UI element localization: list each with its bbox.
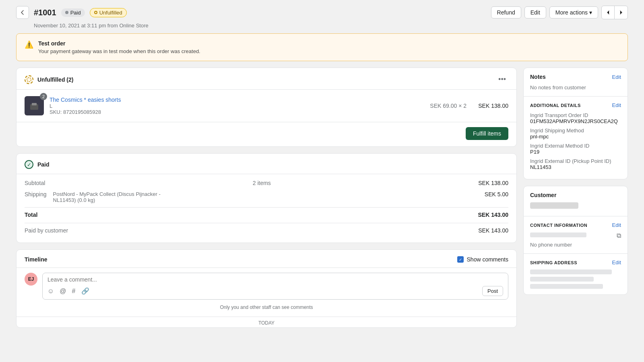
shipping-address-content bbox=[524, 269, 627, 294]
total-value: SEK 143.00 bbox=[478, 212, 509, 218]
show-comments-wrap[interactable]: ✓ Show comments bbox=[457, 256, 508, 263]
payment-card: ✓ Paid Subtotal 2 items SEK 138.00 Shipp… bbox=[16, 153, 517, 243]
show-comments-checkbox[interactable]: ✓ bbox=[457, 256, 464, 263]
notes-edit-button[interactable]: Edit bbox=[612, 74, 621, 80]
addr-line-2 bbox=[530, 277, 594, 282]
item-quantity-badge: 2 bbox=[40, 93, 47, 100]
shipping-edit-button[interactable]: Edit bbox=[612, 259, 621, 265]
additional-details-title: ADDITIONAL DETAILS bbox=[530, 103, 581, 108]
paid-by-value: SEK 143.00 bbox=[478, 227, 508, 234]
edit-button[interactable]: Edit bbox=[524, 6, 546, 19]
unfulfilled-icon bbox=[25, 75, 33, 84]
item-sku: SKU: 8720195085928 bbox=[50, 109, 424, 115]
shipping-value: SEK 5.00 bbox=[485, 191, 508, 197]
emoji-icon[interactable]: ☺ bbox=[47, 288, 54, 295]
item-name-link[interactable]: The Cosmics * easies shorts bbox=[50, 97, 121, 103]
subtotal-items: 2 items bbox=[253, 180, 271, 186]
additional-row-3: Ingrid External ID (Pickup Point ID) NL1… bbox=[530, 158, 621, 170]
shipping-label: Shipping bbox=[25, 191, 47, 197]
main-layout: Unfulfilled (2) ••• 2 bbox=[16, 68, 628, 328]
unfulfilled-dot bbox=[94, 11, 97, 14]
notes-title: Notes bbox=[530, 74, 546, 80]
test-order-alert: ⚠️ Test order Your payment gateway was i… bbox=[16, 33, 628, 61]
comment-toolbar: ☺ @ # 🔗 Post bbox=[47, 286, 503, 296]
order-date: November 10, 2021 at 3:11 pm from Online… bbox=[16, 23, 628, 33]
prev-order-button[interactable] bbox=[602, 6, 615, 19]
timeline-title: Timeline bbox=[25, 256, 47, 263]
item-variant: L bbox=[50, 103, 424, 109]
customer-name-section bbox=[524, 202, 627, 216]
no-notes-message: No notes from customer bbox=[530, 84, 586, 90]
comment-box: EJ ☺ @ # 🔗 Post bbox=[17, 268, 516, 303]
paid-by-label: Paid by customer bbox=[25, 227, 68, 234]
alert-message: Your payment gateway was in test mode wh… bbox=[38, 48, 200, 54]
unfulfilled-title: Unfulfilled (2) bbox=[37, 76, 73, 83]
paid-by-row: Paid by customer SEK 143.00 bbox=[25, 223, 508, 236]
email-blur bbox=[530, 232, 586, 237]
mention-icon[interactable]: @ bbox=[60, 288, 66, 295]
notes-card: Notes Edit No notes from customer ADDITI… bbox=[523, 68, 628, 179]
subtotal-row: Subtotal 2 items SEK 138.00 bbox=[25, 177, 508, 189]
contact-edit-button[interactable]: Edit bbox=[612, 222, 621, 228]
shipping-address-title: SHIPPING ADDRESS bbox=[530, 260, 577, 265]
paid-dot bbox=[65, 11, 68, 14]
customer-card: Customer CONTACT INFORMATION Edit ⧉ No p… bbox=[523, 186, 628, 295]
paid-title: Paid bbox=[37, 161, 50, 168]
line-item: 2 The Cosmics * easies shorts L SKU: 872… bbox=[17, 90, 516, 122]
unfulfilled-badge: Unfulfilled bbox=[90, 8, 127, 17]
additional-row-2: Ingrid External Method ID P19 bbox=[530, 143, 621, 155]
refund-button[interactable]: Refund bbox=[491, 6, 521, 19]
warning-icon: ⚠️ bbox=[25, 40, 33, 49]
paid-badge: Paid bbox=[61, 8, 85, 17]
item-total: SEK 138.00 bbox=[472, 103, 508, 109]
next-order-button[interactable] bbox=[615, 6, 627, 19]
paid-icon: ✓ bbox=[25, 160, 33, 169]
unfulfilled-more-button[interactable]: ••• bbox=[496, 74, 508, 84]
payment-rows: Subtotal 2 items SEK 138.00 Shipping Pos… bbox=[17, 174, 516, 243]
additional-row-0: Ingrid Transport Order ID 01FM532APMRVPX… bbox=[530, 112, 621, 124]
alert-title: Test order bbox=[38, 40, 200, 47]
additional-row-1: Ingrid Shipping Method pnl-mpc bbox=[530, 128, 621, 140]
comment-input-wrap: ☺ @ # 🔗 Post bbox=[42, 273, 508, 300]
additional-details-content: Ingrid Transport Order ID 01FM532APMRVPX… bbox=[524, 112, 627, 179]
copy-email-icon[interactable]: ⧉ bbox=[617, 232, 621, 239]
customer-name-blur bbox=[530, 202, 578, 209]
side-column: Notes Edit No notes from customer ADDITI… bbox=[523, 68, 628, 295]
comment-note: Only you and other staff can see comment… bbox=[17, 303, 516, 315]
contact-info-title: CONTACT INFORMATION bbox=[530, 223, 587, 228]
chevron-down-icon: ▾ bbox=[589, 9, 592, 16]
post-button[interactable]: Post bbox=[482, 286, 503, 296]
header-actions: Refund Edit More actions ▾ bbox=[491, 6, 628, 19]
nav-arrows bbox=[601, 6, 628, 19]
avatar: EJ bbox=[25, 273, 37, 286]
total-row: Total SEK 143.00 bbox=[25, 207, 508, 220]
link-icon[interactable]: 🔗 bbox=[81, 287, 89, 295]
no-phone-message: No phone number bbox=[530, 242, 621, 248]
shipping-address-blur bbox=[530, 269, 621, 289]
addr-line-1 bbox=[530, 269, 612, 274]
svg-rect-2 bbox=[32, 103, 37, 105]
unfulfilled-card: Unfulfilled (2) ••• 2 bbox=[16, 68, 517, 147]
addr-line-3 bbox=[530, 284, 603, 289]
main-column: Unfulfilled (2) ••• 2 bbox=[16, 68, 517, 328]
show-comments-label: Show comments bbox=[467, 256, 508, 263]
total-label: Total bbox=[25, 212, 37, 218]
timeline-card: Timeline ✓ Show comments EJ ☺ @ # bbox=[16, 249, 517, 328]
today-label: TODAY bbox=[17, 317, 516, 327]
item-details: The Cosmics * easies shorts L SKU: 87201… bbox=[50, 97, 424, 115]
more-actions-button[interactable]: More actions ▾ bbox=[549, 6, 598, 19]
subtotal-label: Subtotal bbox=[25, 180, 45, 186]
fulfill-items-button[interactable]: Fulfill items bbox=[466, 127, 508, 140]
email-row: ⧉ bbox=[530, 232, 621, 239]
item-image-wrap: 2 bbox=[25, 96, 44, 115]
shipping-description: PostNord - MyPack Collect (Discus Pijnac… bbox=[53, 191, 166, 203]
hashtag-icon[interactable]: # bbox=[72, 288, 76, 295]
svg-point-0 bbox=[27, 78, 31, 82]
comment-input[interactable] bbox=[47, 276, 503, 283]
item-unit-price: SEK 69.00 × 2 bbox=[430, 103, 466, 109]
customer-title: Customer bbox=[530, 192, 556, 198]
subtotal-value: SEK 138.00 bbox=[478, 180, 508, 186]
back-button[interactable] bbox=[16, 6, 29, 19]
additional-details-edit-button[interactable]: Edit bbox=[612, 102, 621, 108]
order-number: #1001 bbox=[34, 8, 56, 17]
